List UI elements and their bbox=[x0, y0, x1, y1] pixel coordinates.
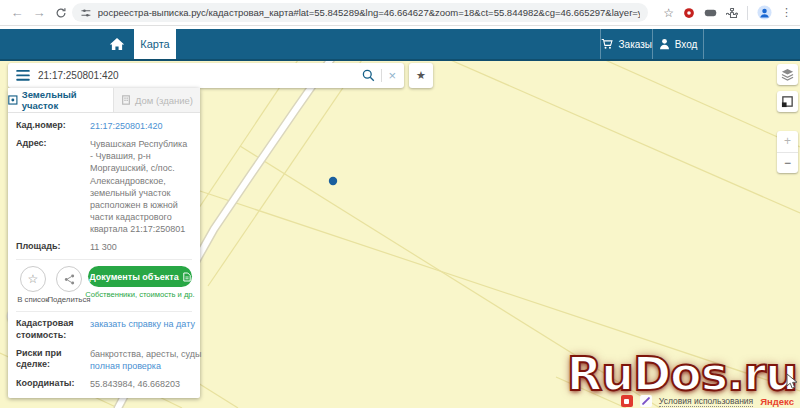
layers-icon bbox=[781, 68, 794, 81]
site-info-icon[interactable] bbox=[80, 7, 92, 19]
panel-tabs: Земельный участок Дом (здание) bbox=[8, 88, 200, 113]
mouse-cursor bbox=[786, 373, 798, 394]
tab-house-building[interactable]: Дом (здание) bbox=[113, 88, 200, 112]
orders-button[interactable]: Заказы bbox=[600, 29, 652, 59]
user-icon bbox=[659, 38, 670, 50]
orders-label: Заказы bbox=[619, 39, 652, 50]
share: Поделиться bbox=[50, 266, 88, 304]
measure-area-button[interactable] bbox=[777, 91, 798, 112]
bookmark-star-button[interactable]: ☆ bbox=[663, 6, 674, 20]
reload-button[interactable] bbox=[50, 7, 72, 19]
home-icon bbox=[109, 37, 125, 51]
watermark: RuDos.ru bbox=[567, 347, 797, 401]
cost-label: Кадастровая стоимость: bbox=[16, 318, 90, 341]
row-cadastral-cost: Кадастровая стоимость: заказать справку … bbox=[16, 318, 192, 341]
login-button[interactable]: Вход bbox=[652, 29, 704, 59]
pencil-glyph bbox=[641, 396, 651, 406]
layers-button[interactable] bbox=[777, 64, 798, 85]
extensions-puzzle-icon[interactable] bbox=[726, 7, 738, 19]
documents-subtitle: Собственники, стоимость и др. bbox=[85, 290, 194, 299]
browser-menu-button[interactable]: ⋮ bbox=[781, 6, 792, 19]
coordinates-value: 55.843984, 46.668203 bbox=[90, 378, 180, 390]
map-attribution: Условия использования Яндекс bbox=[621, 395, 794, 407]
home-button[interactable] bbox=[102, 29, 132, 59]
share-label: Поделиться bbox=[47, 295, 90, 304]
row-address: Адрес: Чувашская Республика - Чувашия, р… bbox=[16, 138, 192, 235]
risks-value-wrap: банкротства, аресты, суды полная проверк… bbox=[90, 348, 202, 372]
terms-of-use-link[interactable]: Условия использования bbox=[659, 396, 753, 407]
row-area: Площадь: 11 300 bbox=[16, 241, 192, 253]
toolbar-actions: ☆ ⋮ bbox=[663, 0, 800, 25]
measure-area-icon bbox=[781, 95, 794, 108]
cost-order-link[interactable]: заказать справку на дату bbox=[90, 318, 195, 341]
add-to-list-button[interactable]: ☆ bbox=[20, 266, 46, 292]
profile-avatar[interactable] bbox=[757, 5, 772, 20]
row-cadastral-number: Кад.номер: 21:17:250801:420 bbox=[16, 120, 192, 132]
screen: ← → росреестра-выписка.рус/кадастровая_к… bbox=[0, 0, 800, 408]
land-parcel-icon bbox=[8, 95, 18, 105]
area-value: 11 300 bbox=[90, 241, 117, 253]
tab-land-parcel[interactable]: Земельный участок bbox=[8, 88, 113, 112]
parcel-marker[interactable] bbox=[329, 177, 337, 185]
zoom-out-button[interactable]: − bbox=[777, 153, 798, 174]
address-bar[interactable]: росреестра-выписка.рус/кадастровая_карта… bbox=[72, 3, 648, 22]
url-text: росреестра-выписка.рус/кадастровая_карта… bbox=[98, 7, 640, 18]
search-actions: × bbox=[362, 69, 396, 82]
add-to-list-label: В список bbox=[17, 295, 49, 304]
yandex-logo[interactable]: Яндекс bbox=[760, 396, 794, 407]
login-label: Вход bbox=[675, 39, 698, 50]
search-bar[interactable]: 21:17:250801:420 × bbox=[8, 63, 404, 88]
documents: Документы объекта Собственники, стоимост… bbox=[88, 266, 192, 299]
address-label: Адрес: bbox=[16, 138, 90, 235]
search-row: 21:17:250801:420 × ★ bbox=[8, 63, 433, 88]
building-icon bbox=[121, 95, 131, 105]
panel-body: Кад.номер: 21:17:250801:420 Адрес: Чуваш… bbox=[8, 113, 200, 398]
area-label: Площадь: bbox=[16, 241, 90, 253]
address-value: Чувашская Республика - Чувашия, р-н Морг… bbox=[90, 138, 192, 235]
site-header: Карта Заказы Вход bbox=[0, 29, 800, 61]
row-coordinates: Координаты: 55.843984, 46.668203 bbox=[16, 378, 192, 390]
tab-house-label: Дом (здание) bbox=[135, 95, 193, 106]
document-icon bbox=[183, 272, 191, 282]
row-deal-risks: Риски при сделке: банкротства, аресты, с… bbox=[16, 348, 192, 372]
forward-button[interactable]: → bbox=[28, 5, 50, 20]
search-icon[interactable] bbox=[362, 69, 375, 82]
menu-hamburger-icon[interactable] bbox=[16, 70, 30, 81]
add-to-list: ☆ В список bbox=[16, 266, 50, 304]
pencil-icon[interactable] bbox=[640, 395, 652, 407]
browser-toolbar: ← → росреестра-выписка.рус/кадастровая_к… bbox=[0, 0, 800, 26]
toolbar-divider bbox=[747, 6, 748, 20]
cad-number-label: Кад.номер: bbox=[16, 120, 90, 132]
search-divider bbox=[381, 69, 382, 82]
zoom-in-button[interactable]: + bbox=[777, 131, 798, 153]
tab-map[interactable]: Карта bbox=[134, 29, 176, 59]
documents-button[interactable]: Документы объекта bbox=[88, 266, 192, 287]
cursor-arrow-icon bbox=[786, 373, 798, 390]
share-icon bbox=[64, 274, 75, 285]
clear-search-button[interactable]: × bbox=[388, 69, 396, 82]
zoom-control: + − bbox=[777, 131, 798, 173]
panel-details: Кадастровая стоимость: заказать справку … bbox=[16, 311, 192, 390]
coordinates-label: Координаты: bbox=[16, 378, 90, 390]
red-logo-glyph bbox=[624, 399, 629, 404]
extension-dark-icon[interactable] bbox=[704, 8, 717, 18]
tab-land-label: Земельный участок bbox=[22, 89, 113, 111]
risks-value: банкротства, аресты, суды bbox=[90, 349, 202, 359]
panel-actions: ☆ В список Поделиться Документы объекта … bbox=[16, 259, 192, 309]
search-input[interactable]: 21:17:250801:420 bbox=[38, 70, 362, 81]
share-button[interactable] bbox=[56, 266, 82, 292]
cart-icon bbox=[601, 38, 614, 50]
extension-red-icon[interactable] bbox=[683, 7, 695, 19]
cad-number-link[interactable]: 21:17:250801:420 bbox=[90, 120, 163, 132]
info-panel: Земельный участок Дом (здание) Кад.номер… bbox=[8, 88, 200, 398]
favorites-button[interactable]: ★ bbox=[409, 63, 433, 88]
reload-icon bbox=[55, 7, 67, 19]
documents-button-label: Документы объекта bbox=[89, 272, 179, 282]
risks-check-link[interactable]: полная проверка bbox=[90, 361, 161, 371]
back-button[interactable]: ← bbox=[6, 5, 28, 20]
red-logo-icon bbox=[621, 395, 633, 407]
risks-label: Риски при сделке: bbox=[16, 348, 90, 372]
